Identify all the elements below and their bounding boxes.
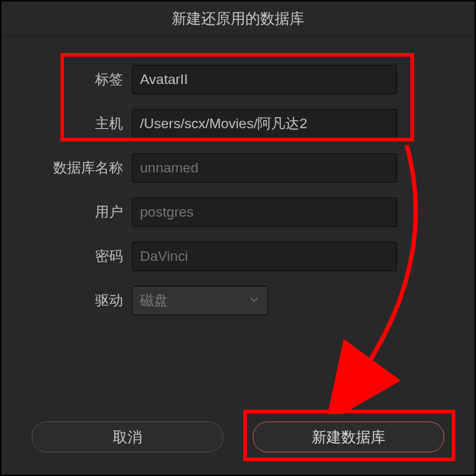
label-driver: 驱动: [31, 291, 123, 310]
label-password: 密码: [31, 247, 123, 266]
label-user: 用户: [31, 203, 123, 222]
cancel-button[interactable]: 取消: [32, 421, 223, 452]
row-user: 用户: [1, 197, 475, 227]
row-driver: 驱动 磁盘: [1, 286, 475, 315]
form-area: 标签 主机 数据库名称 用户 密码 驱动: [1, 37, 475, 315]
cancel-button-label: 取消: [113, 427, 142, 447]
row-host: 主机: [1, 109, 475, 139]
create-restore-database-dialog: 新建还原用的数据库 标签 主机 数据库名称 用户 密码: [1, 1, 475, 475]
row-password: 密码: [1, 242, 475, 271]
row-tag: 标签: [1, 65, 475, 94]
label-dbname: 数据库名称: [31, 158, 123, 178]
input-host[interactable]: [132, 109, 397, 139]
input-password[interactable]: [132, 242, 397, 271]
row-dbname: 数据库名称: [1, 153, 475, 183]
chevron-down-icon: [248, 293, 260, 309]
input-dbname[interactable]: [132, 153, 397, 183]
create-database-button[interactable]: 新建数据库: [253, 421, 444, 452]
select-driver-value: 磁盘: [140, 291, 168, 310]
label-tag: 标签: [31, 70, 123, 89]
button-row: 取消 新建数据库: [1, 421, 475, 452]
label-host: 主机: [31, 114, 123, 133]
dialog-title-bar: 新建还原用的数据库: [1, 1, 475, 37]
select-driver[interactable]: 磁盘: [132, 286, 268, 315]
input-user[interactable]: [132, 197, 397, 227]
create-button-label: 新建数据库: [312, 427, 385, 447]
input-tag[interactable]: [132, 65, 397, 94]
dialog-title: 新建还原用的数据库: [172, 9, 304, 29]
